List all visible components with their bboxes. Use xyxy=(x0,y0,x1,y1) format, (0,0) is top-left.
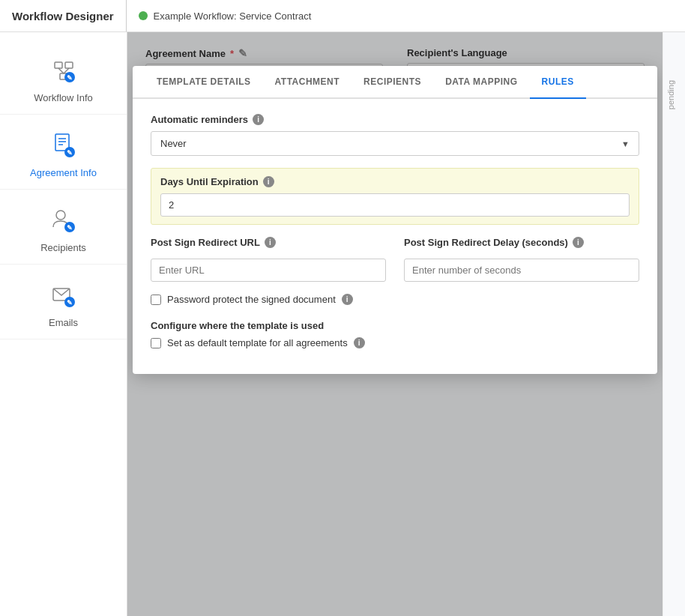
tab-rules[interactable]: RULES xyxy=(530,66,586,99)
days-expiration-info-icon[interactable]: i xyxy=(263,176,274,187)
sidebar-item-emails-label: Emails xyxy=(49,317,78,328)
svg-rect-0 xyxy=(55,62,62,68)
app-title: Workflow Designer xyxy=(0,0,127,31)
dropdown-arrow-icon: ▼ xyxy=(621,139,630,148)
days-expiration-section: Days Until Expiration i xyxy=(151,168,639,225)
svg-text:✎: ✎ xyxy=(67,74,73,82)
svg-text:✎: ✎ xyxy=(67,149,73,157)
set-default-label: Set as default template for all agreemen… xyxy=(167,337,348,348)
days-expiration-label: Days Until Expiration i xyxy=(160,176,630,187)
post-sign-row: Post Sign Redirect URL i Post Sign Redir… xyxy=(151,237,639,282)
post-sign-delay-info-icon[interactable]: i xyxy=(573,237,584,248)
tab-attachment[interactable]: ATTACHMENT xyxy=(263,66,352,99)
password-protect-label: Password protect the signed document xyxy=(167,294,336,305)
sidebar-item-recipients[interactable]: ✎ Recipients xyxy=(0,190,127,265)
right-partial: pending xyxy=(663,32,685,616)
post-sign-delay-group: Post Sign Redirect Delay (seconds) i xyxy=(404,237,639,282)
svg-text:✎: ✎ xyxy=(67,224,73,232)
tab-data-mapping[interactable]: DATA MAPPING xyxy=(433,66,529,99)
top-bar: Workflow Designer Example Workflow: Serv… xyxy=(0,0,685,32)
svg-rect-1 xyxy=(65,62,73,68)
modal-rules-content: Automatic reminders i Never ▼ Days Until… xyxy=(133,99,657,374)
svg-line-3 xyxy=(58,68,64,73)
automatic-reminders-value: Never xyxy=(160,138,187,149)
days-expiration-input[interactable] xyxy=(160,193,630,217)
pending-label: pending xyxy=(663,77,678,112)
modal-backdrop: TEMPLATE DETAILS ATTACHMENT RECIPIENTS D… xyxy=(127,32,663,616)
post-sign-delay-input[interactable] xyxy=(404,259,639,282)
configure-section-title: Configure where the template is used xyxy=(151,320,639,331)
automatic-reminders-label: Automatic reminders i xyxy=(151,114,639,125)
main-layout: ✎ Workflow Info ✎ Agreement Info xyxy=(0,32,685,616)
configure-section: Configure where the template is used Set… xyxy=(151,320,639,348)
workflow-breadcrumb: Example Workflow: Service Contract xyxy=(127,10,324,22)
workflow-info-icon: ✎ xyxy=(47,53,80,86)
sidebar-item-recipients-label: Recipients xyxy=(40,242,86,253)
set-default-info-icon[interactable]: i xyxy=(354,337,365,348)
password-protect-info-icon[interactable]: i xyxy=(342,294,353,305)
sidebar-item-emails[interactable]: ✎ Emails xyxy=(0,265,127,339)
recipients-icon: ✎ xyxy=(47,203,80,236)
sidebar-item-workflow-info-label: Workflow Info xyxy=(34,92,93,103)
automatic-reminders-section: Automatic reminders i Never ▼ xyxy=(151,114,639,156)
tab-recipients[interactable]: RECIPIENTS xyxy=(351,66,433,99)
rules-modal: TEMPLATE DETAILS ATTACHMENT RECIPIENTS D… xyxy=(133,66,657,374)
post-sign-url-input[interactable] xyxy=(151,259,386,282)
sidebar-item-agreement-info[interactable]: ✎ Agreement Info xyxy=(0,115,127,190)
sidebar: ✎ Workflow Info ✎ Agreement Info xyxy=(0,32,127,616)
modal-tabs: TEMPLATE DETAILS ATTACHMENT RECIPIENTS D… xyxy=(133,66,657,99)
automatic-reminders-dropdown[interactable]: Never ▼ xyxy=(151,131,639,156)
status-indicator xyxy=(139,11,148,20)
post-sign-delay-label: Post Sign Redirect Delay (seconds) i xyxy=(404,237,639,248)
content-area: Agreement Name * ✎ Recipient's Language … xyxy=(127,32,663,616)
tab-template-details[interactable]: TEMPLATE DETAILS xyxy=(145,66,263,99)
automatic-reminders-info-icon[interactable]: i xyxy=(253,114,264,125)
set-default-checkbox[interactable] xyxy=(151,338,161,348)
emails-icon: ✎ xyxy=(47,278,80,311)
set-default-row: Set as default template for all agreemen… xyxy=(151,337,639,348)
password-protect-row: Password protect the signed document i xyxy=(151,294,639,305)
sidebar-item-workflow-info[interactable]: ✎ Workflow Info xyxy=(0,40,127,115)
sidebar-item-agreement-info-label: Agreement Info xyxy=(30,167,97,178)
agreement-info-icon: ✎ xyxy=(47,128,80,161)
password-protect-checkbox[interactable] xyxy=(151,295,161,305)
svg-point-13 xyxy=(56,211,65,220)
post-sign-url-group: Post Sign Redirect URL i xyxy=(151,237,386,282)
post-sign-url-info-icon[interactable]: i xyxy=(265,237,276,248)
post-sign-url-label: Post Sign Redirect URL i xyxy=(151,237,386,248)
svg-text:✎: ✎ xyxy=(67,299,73,307)
workflow-name: Example Workflow: Service Contract xyxy=(154,10,312,22)
